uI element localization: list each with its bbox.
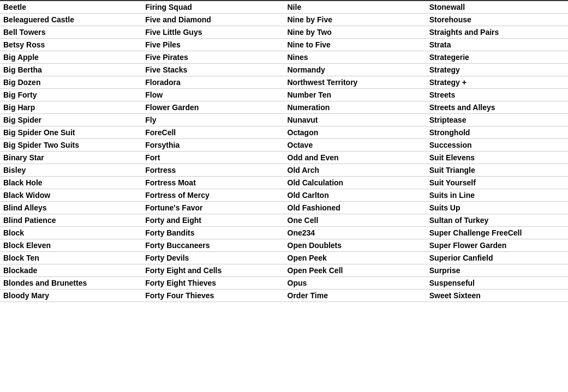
table-cell: Big Spider Two Suits <box>0 139 142 152</box>
table-row: Blind PatienceForty and EightOne CellSul… <box>0 214 568 227</box>
table-row: BeetleFiring SquadNileStonewall <box>0 1 568 14</box>
table-cell: Old Calculation <box>284 177 426 189</box>
table-row: Black HoleFortress MoatOld CalculationSu… <box>0 177 568 189</box>
table-cell: Floradora <box>142 76 284 89</box>
table-cell: Block <box>0 227 142 239</box>
table-cell: Five Stacks <box>142 64 284 76</box>
table-cell: Octave <box>284 139 426 152</box>
table-cell: Number Ten <box>284 89 426 101</box>
table-cell: Suit Yourself <box>426 177 568 189</box>
table-cell: Black Widow <box>0 189 142 202</box>
table-cell: Blondes and Brunettes <box>0 277 142 290</box>
table-row: Block ElevenForty BuccaneersOpen Doublet… <box>0 239 568 252</box>
table-cell: Big Spider One Suit <box>0 126 142 139</box>
table-cell: Strategy <box>426 64 568 76</box>
table-cell: Strata <box>426 39 568 51</box>
table-cell: Stronghold <box>426 126 568 139</box>
table-cell: Five Piles <box>142 39 284 51</box>
table-cell: Forsythia <box>142 139 284 152</box>
table-row: Betsy RossFive PilesNine to FiveStrata <box>0 39 568 51</box>
table-cell: Big Harp <box>0 101 142 114</box>
table-cell: Forty Devils <box>142 252 284 264</box>
table-cell: Old Arch <box>284 164 426 177</box>
table-cell: Big Bertha <box>0 64 142 76</box>
table-cell: Suspenseful <box>426 277 568 290</box>
table-cell: Black Hole <box>0 177 142 189</box>
table-cell: Striptease <box>426 114 568 126</box>
table-cell: Fortune's Favor <box>142 202 284 214</box>
table-cell: Straights and Pairs <box>426 26 568 39</box>
table-row: Big BerthaFive StacksNormandyStrategy <box>0 64 568 76</box>
table-cell: Sweet Sixteen <box>426 290 568 302</box>
table-cell: Big Apple <box>0 51 142 64</box>
table-cell: Forty Eight and Cells <box>142 264 284 277</box>
table-cell: Suit Triangle <box>426 164 568 177</box>
table-row: Block TenForty DevilsOpen PeekSuperior C… <box>0 252 568 264</box>
table-cell: Blockade <box>0 264 142 277</box>
table-cell: Big Forty <box>0 89 142 101</box>
table-row: Bloody MaryForty Four ThievesOrder TimeS… <box>0 290 568 302</box>
table-cell: Forty Four Thieves <box>142 290 284 302</box>
table-cell: Fortress of Mercy <box>142 189 284 202</box>
table-cell: Firing Squad <box>142 1 284 14</box>
table-cell: Forty Bandits <box>142 227 284 239</box>
table-cell: Storehouse <box>426 14 568 26</box>
table-cell: Block Eleven <box>0 239 142 252</box>
table-cell: Strategerie <box>426 51 568 64</box>
table-row: Big HarpFlower GardenNumerationStreets a… <box>0 101 568 114</box>
table-cell: Five Little Guys <box>142 26 284 39</box>
table-cell: Super Flower Garden <box>426 239 568 252</box>
table-cell: Nine by Five <box>284 14 426 26</box>
table-cell: One Cell <box>284 214 426 227</box>
table-cell: Five Pirates <box>142 51 284 64</box>
table-cell: Succession <box>426 139 568 152</box>
table-cell: Stonewall <box>426 1 568 14</box>
table-cell: Fort <box>142 152 284 164</box>
table-cell: Open Doublets <box>284 239 426 252</box>
table-cell: ForeCell <box>142 126 284 139</box>
table-cell: Suits Up <box>426 202 568 214</box>
table-cell: Northwest Territory <box>284 76 426 89</box>
table-cell: Block Ten <box>0 252 142 264</box>
table-cell: Order Time <box>284 290 426 302</box>
table-cell: Blind Alleys <box>0 202 142 214</box>
table-row: Big SpiderFlyNunavutStriptease <box>0 114 568 126</box>
table-row: Big AppleFive PiratesNinesStrategerie <box>0 51 568 64</box>
games-table: BeetleFiring SquadNileStonewallBeleaguer… <box>0 0 568 302</box>
table-cell: Beleaguered Castle <box>0 14 142 26</box>
table-cell: Opus <box>284 277 426 290</box>
table-cell: Numeration <box>284 101 426 114</box>
table-row: Bell TowersFive Little GuysNine by TwoSt… <box>0 26 568 39</box>
table-row: Blondes and BrunettesForty Eight Thieves… <box>0 277 568 290</box>
table-cell: Suit Elevens <box>426 152 568 164</box>
table-cell: Beetle <box>0 1 142 14</box>
table-cell: Old Carlton <box>284 189 426 202</box>
table-cell: Open Peek Cell <box>284 264 426 277</box>
table-cell: Forty and Eight <box>142 214 284 227</box>
table-cell: Nines <box>284 51 426 64</box>
table-row: Big Spider Two SuitsForsythiaOctaveSucce… <box>0 139 568 152</box>
table-cell: Open Peek <box>284 252 426 264</box>
table-cell: Bisley <box>0 164 142 177</box>
table-cell: One234 <box>284 227 426 239</box>
table-cell: Blind Patience <box>0 214 142 227</box>
table-row: BisleyFortressOld ArchSuit Triangle <box>0 164 568 177</box>
table-row: BlockadeForty Eight and CellsOpen Peek C… <box>0 264 568 277</box>
table-cell: Odd and Even <box>284 152 426 164</box>
table-row: Big FortyFlowNumber TenStreets <box>0 89 568 101</box>
table-row: Beleaguered CastleFive and DiamondNine b… <box>0 14 568 26</box>
table-cell: Bell Towers <box>0 26 142 39</box>
table-row: Black WidowFortress of MercyOld CarltonS… <box>0 189 568 202</box>
table-row: BlockForty BanditsOne234Super Challenge … <box>0 227 568 239</box>
table-cell: Nile <box>284 1 426 14</box>
table-cell: Fly <box>142 114 284 126</box>
table-row: Binary StarFortOdd and EvenSuit Elevens <box>0 152 568 164</box>
table-cell: Forty Eight Thieves <box>142 277 284 290</box>
table-cell: Streets <box>426 89 568 101</box>
table-cell: Suits in Line <box>426 189 568 202</box>
table-cell: Octagon <box>284 126 426 139</box>
main-table-container: BeetleFiring SquadNileStonewallBeleaguer… <box>0 0 568 392</box>
table-row: Big DozenFloradoraNorthwest TerritoryStr… <box>0 76 568 89</box>
table-cell: Strategy + <box>426 76 568 89</box>
table-cell: Nine by Two <box>284 26 426 39</box>
